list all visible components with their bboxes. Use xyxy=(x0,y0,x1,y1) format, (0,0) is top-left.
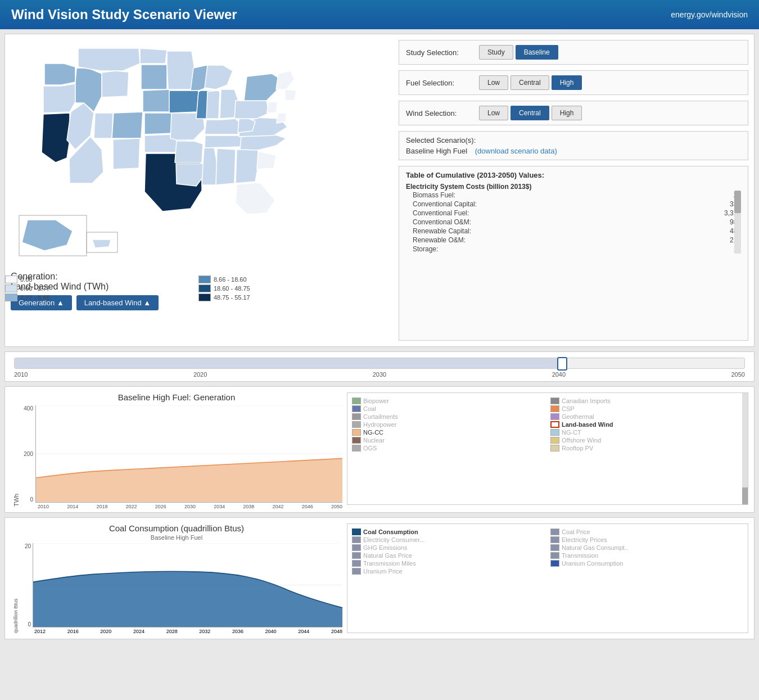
table-row-2: Conventional Fuel: 3,319 xyxy=(406,209,741,218)
state-me[interactable] xyxy=(276,71,295,89)
gen-legend-color-rooftop xyxy=(550,445,559,451)
table-row-5: Renewable O&M: 219 xyxy=(406,236,741,245)
state-id[interactable] xyxy=(75,68,102,112)
state-mt[interactable] xyxy=(78,48,140,71)
coal-chart-plot-area: 20 0 xyxy=(19,543,342,633)
gen-legend-scrollbar[interactable] xyxy=(742,393,748,504)
table-title: Table of Cumulative (2013-2050) Values: xyxy=(406,171,741,179)
state-ct-ri[interactable] xyxy=(285,89,296,101)
timeline-labels: 2010 2020 2030 2040 2050 xyxy=(14,371,745,378)
fuel-btn-group: Low Central High xyxy=(479,75,582,90)
wind-btn-group: Low Central High xyxy=(479,106,582,120)
gen-legend-ngcc: NG-CC xyxy=(352,429,545,436)
gen-legend-hydropower: Hydropower xyxy=(352,421,545,428)
main-content-area: Generation: Land-based Wind (TWh) Genera… xyxy=(4,34,755,347)
fuel-btn-low[interactable]: Low xyxy=(479,75,508,90)
timeline-track[interactable] xyxy=(14,358,745,369)
fuel-selection-label: Fuel Selection: xyxy=(406,79,473,87)
gen-legend-color-ngct xyxy=(550,429,559,436)
coal-legend-transmission: Transmission xyxy=(550,552,743,559)
generation-x-labels: 2010 2014 2018 2022 2026 2030 2034 2038 … xyxy=(20,504,342,509)
generation-chart-area: Baseline High Fuel: Generation TWh 400 2… xyxy=(11,392,342,507)
state-ky[interactable] xyxy=(205,119,240,134)
gen-legend-color-csp xyxy=(550,405,559,412)
app-title: Wind Vision Study Scenario Viewer xyxy=(11,7,237,22)
state-ar[interactable] xyxy=(175,141,203,162)
gen-legend-csp: CSP xyxy=(550,405,743,412)
study-btn-baseline[interactable]: Baseline xyxy=(516,45,558,60)
gen-legend-ogs: OGS xyxy=(352,445,545,451)
generation-charts-section: Baseline High Fuel: Generation TWh 400 2… xyxy=(4,386,755,513)
state-mi[interactable] xyxy=(205,65,233,89)
state-wv[interactable] xyxy=(238,118,255,133)
gen-legend-canadian: Canadian Imports xyxy=(550,398,743,404)
us-map[interactable] xyxy=(11,40,382,265)
state-ga[interactable] xyxy=(236,150,258,183)
gen-legend-rooftop: Rooftop PV xyxy=(550,445,743,451)
coal-legend-ng-price: Natural Gas Price xyxy=(352,552,545,559)
state-sc[interactable] xyxy=(257,151,276,169)
coal-chart-svg xyxy=(33,543,342,627)
coal-legend-ghg: GHG Emissions xyxy=(352,544,545,551)
gen-legend-scroll-thumb[interactable] xyxy=(742,487,748,504)
fuel-btn-central[interactable]: Central xyxy=(510,75,549,90)
scenario-value: Baseline High Fuel xyxy=(406,147,467,155)
state-de-md[interactable] xyxy=(277,113,286,123)
state-ak[interactable] xyxy=(22,220,73,251)
generation-chart-title: Baseline High Fuel: Generation xyxy=(11,392,342,402)
state-ut[interactable] xyxy=(94,113,113,138)
gen-legend-offshore: Offshore Wind xyxy=(550,437,743,444)
coal-legend-elec-consumer: Electricity Consumer... xyxy=(352,536,545,543)
timeline-wrapper xyxy=(14,358,745,369)
state-ca[interactable] xyxy=(42,113,70,162)
coal-y-axis-label: quadrillion Btus xyxy=(11,543,19,633)
cumulative-table-box: Table of Cumulative (2013-2050) Values: … xyxy=(399,166,748,341)
coal-legend-color-ng-price xyxy=(352,552,361,559)
table-scroll-container: Biomass Fuel: 29 Conventional Capital: 3… xyxy=(406,191,741,254)
download-link[interactable]: (download scenario data) xyxy=(475,147,557,155)
timeline-thumb[interactable] xyxy=(557,357,567,371)
coal-legend-color-elec-prices xyxy=(550,536,559,543)
state-nj[interactable] xyxy=(267,102,278,113)
state-or[interactable] xyxy=(43,84,75,113)
coal-chart-plot xyxy=(33,543,342,627)
coal-legend-color-consumption xyxy=(352,529,361,535)
coal-legend-uranium-price: Uranium Price xyxy=(352,568,545,575)
wind-btn-central[interactable]: Central xyxy=(510,106,549,120)
state-al[interactable] xyxy=(216,148,236,185)
state-nd[interactable] xyxy=(140,48,167,64)
state-wa[interactable] xyxy=(44,64,75,85)
state-sd[interactable] xyxy=(141,65,167,89)
fuel-btn-high[interactable]: High xyxy=(552,75,582,90)
state-fl[interactable] xyxy=(236,183,275,214)
scenario-label: Selected Scenario(s): xyxy=(406,136,741,144)
state-nm[interactable] xyxy=(113,138,140,169)
coal-legend-color-trans-miles xyxy=(352,560,361,567)
state-ms[interactable] xyxy=(202,148,218,185)
state-pa[interactable] xyxy=(234,101,269,119)
study-btn-study[interactable]: Study xyxy=(479,45,513,60)
table-scrollbar[interactable] xyxy=(734,191,741,254)
state-co[interactable] xyxy=(112,112,143,138)
table-scroll-thumb[interactable] xyxy=(734,191,741,213)
wind-btn-low[interactable]: Low xyxy=(479,106,508,120)
gen-legend-color-offshore xyxy=(550,437,559,444)
coal-chart-container: quadrillion Btus 20 0 xyxy=(11,543,342,633)
gen-legend-color-biopower xyxy=(352,398,361,404)
coal-legend-coal-consumption[interactable]: Coal Consumption xyxy=(352,529,545,535)
state-ia[interactable] xyxy=(169,91,198,113)
state-ks[interactable] xyxy=(144,113,174,134)
state-hi[interactable] xyxy=(92,240,111,248)
coal-chart-title: Coal Consumption (quadrillion Btus) xyxy=(11,523,342,533)
wind-btn-high[interactable]: High xyxy=(552,106,582,120)
wind-selection-label: Wind Selection: xyxy=(406,109,473,118)
state-in[interactable] xyxy=(206,91,220,119)
gen-legend-geothermal: Geothermal xyxy=(550,413,743,420)
coal-chart-area: Coal Consumption (quadrillion Btus) Base… xyxy=(11,523,342,633)
generation-chart-plot-area: 400 200 0 xyxy=(20,405,342,507)
coal-legend-ng-consumption: Natural Gas Consumpt.. xyxy=(550,544,743,551)
gen-legend-land-wind[interactable]: Land-based Wind xyxy=(550,421,743,428)
state-tn[interactable] xyxy=(205,136,242,148)
fuel-selection-row: Fuel Selection: Low Central High xyxy=(399,70,748,95)
state-wy[interactable] xyxy=(102,71,129,97)
